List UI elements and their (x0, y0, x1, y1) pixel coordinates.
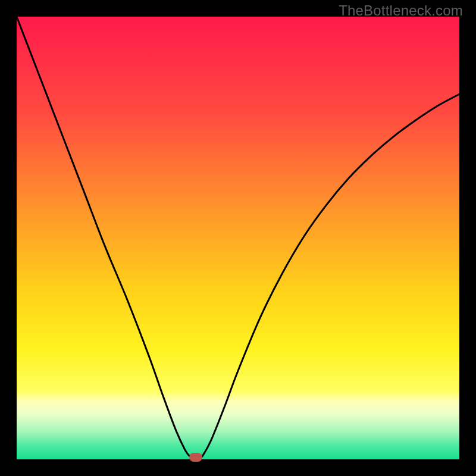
plot-area (17, 17, 459, 459)
bottleneck-curve (17, 17, 459, 459)
chart-stage: TheBottleneck.com (0, 0, 476, 476)
min-marker (189, 453, 202, 462)
watermark-text: TheBottleneck.com (339, 2, 463, 19)
